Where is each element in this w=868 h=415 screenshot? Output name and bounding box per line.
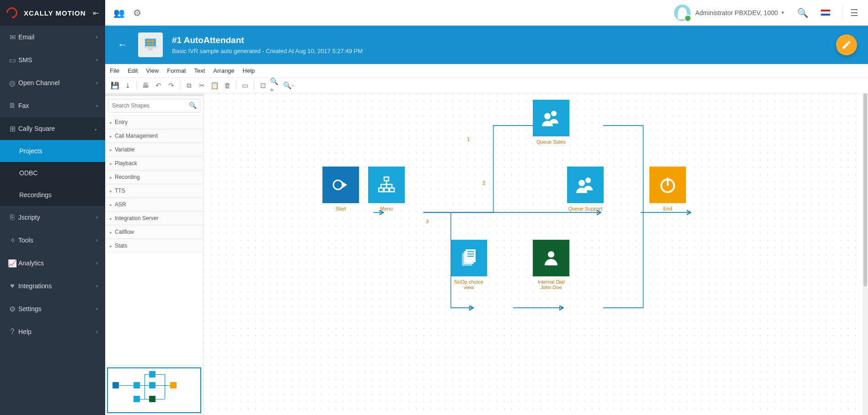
node-label: Internal Dial John Doe bbox=[533, 279, 569, 290]
palette-category-tts[interactable]: TTS bbox=[105, 184, 203, 198]
sidebar-item-label: ODBC bbox=[19, 169, 98, 177]
sidebar-item-email[interactable]: ✉ Email › bbox=[0, 26, 105, 49]
sidebar-item-integrations[interactable]: ♥ Integrations › bbox=[0, 275, 105, 297]
sidebar-header: XCALLY MOTION ⇤ bbox=[0, 0, 105, 26]
node-start[interactable]: Start bbox=[322, 167, 359, 211]
edit-fab-button[interactable] bbox=[836, 34, 857, 55]
node-label: Start bbox=[322, 206, 359, 211]
download-icon[interactable]: ⤓ bbox=[122, 80, 134, 92]
person-icon bbox=[533, 240, 569, 276]
node-noop[interactable]: NoOp choice view bbox=[450, 240, 487, 290]
separator bbox=[842, 6, 842, 20]
user-menu[interactable]: Administrator PBXDEV, 1000 ▾ bbox=[674, 5, 793, 21]
menu-text[interactable]: Text bbox=[194, 67, 205, 74]
palette-category-callmgmt[interactable]: Call Management bbox=[105, 129, 203, 143]
menu-arrange[interactable]: Arrange bbox=[213, 67, 234, 74]
palette-category-recording[interactable]: Recording bbox=[105, 170, 203, 184]
menu-format[interactable]: Format bbox=[167, 67, 186, 74]
diagram-canvas[interactable]: 1 2 3 Start Menu Queue Sales bbox=[204, 93, 868, 415]
sidebar-item-odbc[interactable]: ODBC bbox=[0, 162, 105, 184]
sidebar-item-projects[interactable]: Projects bbox=[0, 140, 105, 162]
node-queue-sales[interactable]: Queue Sales bbox=[533, 100, 569, 145]
sidebar-item-fax[interactable]: 🗎 Fax › bbox=[0, 94, 105, 117]
sidebar-collapse-icon[interactable]: ⇤ bbox=[93, 9, 99, 17]
contacts-icon[interactable]: 👥 bbox=[110, 4, 128, 22]
svg-rect-1 bbox=[147, 40, 150, 42]
menu-edit[interactable]: Edit bbox=[128, 67, 138, 74]
list-icon[interactable]: ☰ bbox=[845, 4, 863, 22]
cut-icon[interactable]: ✂ bbox=[196, 80, 208, 92]
palette-category-playback[interactable]: Playback bbox=[105, 156, 203, 170]
search-icon[interactable]: 🔍 bbox=[793, 4, 812, 22]
sidebar-item-help[interactable]: ? Help › bbox=[0, 320, 105, 343]
undo-icon[interactable]: ↶ bbox=[152, 80, 164, 92]
fit-page-icon[interactable]: ▭ bbox=[239, 80, 251, 92]
callysquare-icon: ⊞ bbox=[6, 124, 18, 133]
redo-icon[interactable]: ↷ bbox=[165, 80, 177, 92]
palette-category-entry[interactable]: Entry bbox=[105, 115, 203, 129]
paste-icon[interactable]: 📋 bbox=[209, 80, 220, 92]
node-internal-dial[interactable]: Internal Dial John Doe bbox=[533, 240, 569, 290]
back-button[interactable]: ← bbox=[116, 39, 129, 51]
palette-search-input[interactable] bbox=[108, 99, 200, 113]
node-menu[interactable]: Menu bbox=[368, 167, 405, 211]
analytics-icon: 📈 bbox=[6, 259, 18, 268]
edge-label-2: 2 bbox=[482, 180, 485, 186]
copy-icon[interactable]: ⧉ bbox=[183, 80, 195, 92]
actual-size-icon[interactable]: ⊡ bbox=[257, 80, 269, 92]
chevron-right-icon: › bbox=[96, 237, 98, 243]
chevron-right-icon: › bbox=[96, 283, 98, 289]
brand-name: XCALLY MOTION bbox=[24, 9, 93, 17]
sidebar-item-sms[interactable]: ▭ SMS › bbox=[0, 49, 105, 71]
locale-flag-icon[interactable] bbox=[821, 10, 830, 16]
svg-rect-20 bbox=[467, 253, 474, 254]
svg-point-14 bbox=[585, 178, 591, 183]
svg-rect-4 bbox=[151, 43, 154, 45]
svg-point-7 bbox=[333, 180, 343, 189]
global-topbar: 👥 ⚙ Administrator PBXDEV, 1000 ▾ 🔍 ☰ bbox=[105, 0, 868, 26]
print-icon[interactable]: 🖶 bbox=[139, 80, 151, 92]
sidebar-item-openchannel[interactable]: ◎ Open Channel › bbox=[0, 71, 105, 94]
menu-file[interactable]: File bbox=[110, 67, 119, 74]
project-banner: ← #1 AutoAttendant Basic IVR sample auto… bbox=[105, 26, 868, 64]
project-subtitle: Basic IVR sample auto generated - Create… bbox=[172, 48, 363, 54]
zoom-in-icon[interactable]: 🔍+ bbox=[270, 80, 282, 92]
sidebar-item-label: Projects bbox=[19, 147, 98, 155]
sidebar-item-callysquare[interactable]: ⊞ Cally Square ⌄ bbox=[0, 117, 105, 140]
svg-rect-6 bbox=[148, 48, 153, 50]
save-icon[interactable]: 💾 bbox=[109, 80, 121, 92]
avatar-icon bbox=[674, 5, 691, 21]
zoom-out-icon[interactable]: 🔍- bbox=[283, 80, 295, 92]
integrations-icon: ♥ bbox=[6, 282, 18, 290]
palette-category-callflow[interactable]: Callflow bbox=[105, 225, 203, 239]
menu-help[interactable]: Help bbox=[243, 67, 255, 74]
sidebar-item-recordings[interactable]: Recordings bbox=[0, 184, 105, 206]
sms-icon: ▭ bbox=[6, 56, 18, 65]
node-end[interactable]: End bbox=[649, 167, 686, 211]
chevron-right-icon: › bbox=[96, 80, 98, 86]
sidebar-nav: ✉ Email › ▭ SMS › ◎ Open Channel › 🗎 Fax… bbox=[0, 26, 105, 415]
svg-rect-11 bbox=[390, 188, 394, 192]
node-queue-support[interactable]: Queue Support bbox=[567, 167, 604, 211]
email-icon: ✉ bbox=[6, 33, 18, 42]
canvas-overview[interactable] bbox=[105, 365, 203, 415]
sidebar-item-tools[interactable]: ✧ Tools › bbox=[0, 229, 105, 252]
canvas-scrollbar-vertical[interactable] bbox=[863, 93, 868, 415]
help-icon: ? bbox=[6, 328, 18, 336]
gear-icon[interactable]: ⚙ bbox=[128, 4, 146, 22]
sidebar-item-settings[interactable]: ⚙ Settings › bbox=[0, 297, 105, 320]
palette-category-stats[interactable]: Stats bbox=[105, 239, 203, 253]
node-label: Queue Sales bbox=[533, 139, 569, 145]
sidebar-item-analytics[interactable]: 📈 Analytics › bbox=[0, 252, 105, 275]
sidebar-item-jscripty[interactable]: ⎘ Jscripty › bbox=[0, 206, 105, 229]
palette-header-strip bbox=[105, 93, 203, 96]
chevron-right-icon: › bbox=[96, 260, 98, 266]
palette-category-list: Entry Call Management Variable Playback … bbox=[105, 115, 203, 365]
menu-view[interactable]: View bbox=[146, 67, 159, 74]
overview-viewport[interactable] bbox=[107, 367, 201, 413]
brand-logo-icon bbox=[4, 5, 20, 21]
palette-category-asr[interactable]: ASR bbox=[105, 198, 203, 211]
palette-category-variable[interactable]: Variable bbox=[105, 143, 203, 156]
palette-category-integration[interactable]: Integration Server bbox=[105, 211, 203, 225]
delete-icon[interactable]: 🗑 bbox=[221, 80, 233, 92]
